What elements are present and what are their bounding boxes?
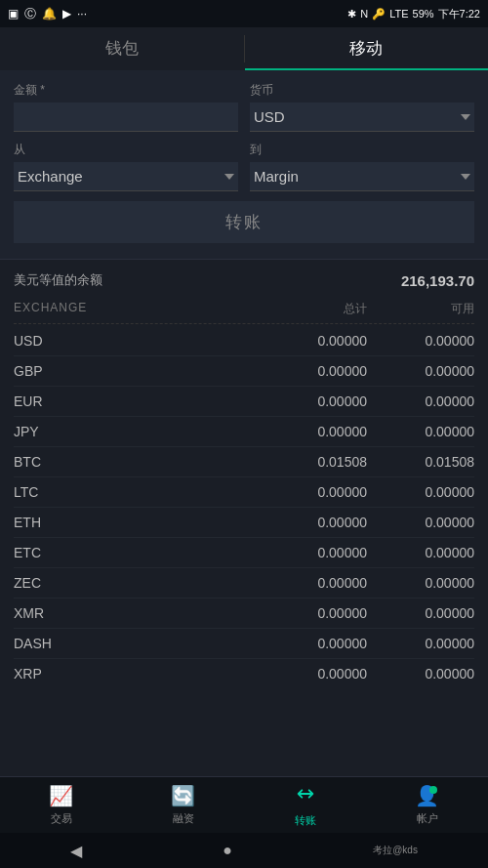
table-row: ZEC0.000000.00000 (14, 568, 474, 599)
available-cell: 0.00000 (367, 363, 474, 379)
account-online-dot (429, 786, 437, 794)
nav-fund-label: 融资 (173, 811, 194, 826)
available-cell: 0.00000 (367, 605, 474, 621)
table-row: XRP0.000000.00000 (14, 659, 474, 688)
currency-value: USD (254, 108, 285, 125)
to-chevron-icon (461, 174, 470, 180)
nfc-icon: N (360, 8, 368, 20)
table-row: LTC0.000000.00000 (14, 477, 474, 508)
content-area: 金额 * 货币 USD 从 Exchange 到 (0, 70, 488, 776)
total-cell: 0.00000 (260, 605, 367, 621)
status-bar-right: ✱ N 🔑 LTE 59% 下午7:22 (347, 7, 480, 21)
table-row: ETC0.000000.00000 (14, 538, 474, 568)
available-cell: 0.01508 (367, 454, 474, 470)
coin-cell: GBP (14, 363, 260, 379)
from-label: 从 (14, 142, 238, 158)
status-bar: ▣ Ⓒ 🔔 ▶ ··· ✱ N 🔑 LTE 59% 下午7:22 (0, 0, 488, 27)
coin-cell: XMR (14, 605, 260, 621)
lte-icon: LTE (389, 8, 408, 20)
available-cell: 0.00000 (367, 393, 474, 409)
total-cell: 0.00000 (260, 333, 367, 349)
table-header: EXCHANGE 总计 可用 (14, 295, 474, 324)
section-label: EXCHANGE (14, 301, 260, 317)
available-cell: 0.00000 (367, 636, 474, 651)
tab-move[interactable]: 移动 (245, 27, 489, 70)
available-cell: 0.00000 (367, 424, 474, 439)
coin-cell: EUR (14, 393, 260, 409)
currency-group: 货币 USD (250, 82, 474, 132)
total-cell: 0.00000 (260, 636, 367, 651)
currency-select[interactable]: USD (250, 103, 474, 132)
total-cell: 0.00000 (260, 545, 367, 560)
total-cell: 0.00000 (260, 575, 367, 591)
nav-account[interactable]: 👤 帐户 (366, 784, 488, 826)
total-cell: 0.00000 (260, 424, 367, 439)
table-row: DASH0.000000.00000 (14, 629, 474, 659)
available-cell: 0.00000 (367, 515, 474, 530)
nav-transfer-label: 转账 (295, 813, 316, 828)
available-cell: 0.00000 (367, 545, 474, 560)
to-value: Margin (254, 168, 299, 185)
from-value: Exchange (18, 168, 83, 185)
coin-cell: DASH (14, 636, 260, 651)
status-bar-left: ▣ Ⓒ 🔔 ▶ ··· (8, 6, 87, 22)
notification-icon: 🔔 (42, 7, 57, 21)
table-container: EXCHANGE 总计 可用 USD0.000000.00000GBP0.000… (0, 295, 488, 688)
available-cell: 0.00000 (367, 575, 474, 591)
to-group: 到 Margin (250, 142, 474, 191)
table-row: EUR0.000000.00000 (14, 387, 474, 417)
nav-account-label: 帐户 (417, 811, 438, 826)
table-row: XMR0.000000.00000 (14, 599, 474, 629)
time: 下午7:22 (438, 7, 480, 21)
transfer-button[interactable]: 转账 (14, 201, 474, 243)
transfer-icon (295, 783, 316, 809)
available-cell: 0.00000 (367, 333, 474, 349)
to-label: 到 (250, 142, 474, 158)
amount-group: 金额 * (14, 82, 238, 132)
system-nav: ◀ ● 考拉@kds (0, 833, 488, 868)
nav-trade[interactable]: 📈 交易 (0, 784, 122, 826)
table-body: USD0.000000.00000GBP0.000000.00000EUR0.0… (14, 326, 474, 688)
total-cell: 0.01508 (260, 454, 367, 470)
form-row-1: 金额 * 货币 USD (14, 82, 474, 132)
coin-cell: JPY (14, 424, 260, 439)
header-available: 可用 (367, 301, 474, 317)
trade-icon: 📈 (49, 784, 73, 807)
nav-fund[interactable]: 🔄 融资 (122, 784, 244, 826)
app-icon-2: Ⓒ (24, 6, 36, 22)
battery-level: 59% (413, 8, 434, 20)
nav-transfer[interactable]: 转账 (244, 783, 366, 828)
back-button[interactable]: ◀ (70, 842, 82, 860)
from-group: 从 Exchange (14, 142, 238, 191)
currency-label: 货币 (250, 82, 474, 99)
from-select[interactable]: Exchange (14, 162, 238, 191)
coin-cell: ETH (14, 515, 260, 530)
tab-wallet[interactable]: 钱包 (0, 27, 244, 70)
header-total: 总计 (260, 301, 367, 317)
to-select[interactable]: Margin (250, 162, 474, 191)
coin-cell: BTC (14, 454, 260, 470)
home-button[interactable]: ● (223, 842, 232, 859)
account-icon-wrap: 👤 (415, 784, 439, 807)
play-icon: ▶ (62, 7, 71, 21)
coin-cell: USD (14, 333, 260, 349)
currency-chevron-icon (461, 114, 470, 120)
coin-cell: ETC (14, 545, 260, 560)
amount-label: 金额 * (14, 82, 238, 99)
key-icon: 🔑 (372, 8, 386, 21)
dots: ··· (77, 7, 87, 21)
available-cell: 0.00000 (367, 666, 474, 682)
table-row: USD0.000000.00000 (14, 326, 474, 356)
total-cell: 0.00000 (260, 363, 367, 379)
table-row: JPY0.000000.00000 (14, 417, 474, 447)
nav-trade-label: 交易 (51, 811, 72, 826)
amount-input[interactable] (14, 103, 238, 132)
total-cell: 0.00000 (260, 393, 367, 409)
coin-cell: XRP (14, 666, 260, 682)
balance-section: 美元等值的余额 216,193.70 (0, 259, 488, 295)
form-row-2: 从 Exchange 到 Margin (14, 142, 474, 191)
total-cell: 0.00000 (260, 666, 367, 682)
table-row: GBP0.000000.00000 (14, 356, 474, 387)
bottom-nav: 📈 交易 🔄 融资 转账 👤 帐户 (0, 776, 488, 833)
total-cell: 0.00000 (260, 484, 367, 500)
